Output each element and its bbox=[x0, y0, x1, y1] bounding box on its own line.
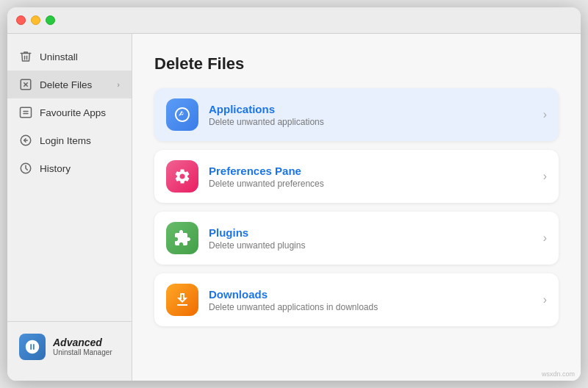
trash-icon bbox=[19, 50, 32, 63]
minimize-button[interactable] bbox=[31, 15, 40, 25]
plugins-text: Plugins Delete unwanted plugins bbox=[209, 226, 543, 251]
downloads-chevron-icon: › bbox=[543, 293, 547, 306]
preferences-icon-wrap bbox=[166, 160, 198, 193]
plugins-icon-wrap bbox=[166, 222, 198, 254]
brand-name: Advanced bbox=[53, 337, 112, 349]
preferences-chevron-icon: › bbox=[543, 170, 547, 183]
watermark: wsxdn.com bbox=[542, 370, 575, 378]
plugins-title: Plugins bbox=[209, 226, 543, 239]
brand-section: Advanced Uninstall Manager bbox=[7, 321, 132, 372]
menu-item-plugins[interactable]: Plugins Delete unwanted plugins › bbox=[154, 212, 559, 265]
puzzle-icon bbox=[173, 229, 191, 247]
chevron-right-icon: › bbox=[117, 80, 120, 89]
sidebar-item-login-items[interactable]: Login Items bbox=[7, 126, 132, 154]
plugins-desc: Delete unwanted plugins bbox=[209, 240, 543, 251]
titlebar bbox=[7, 7, 581, 34]
delete-files-icon bbox=[19, 78, 32, 91]
favourite-icon bbox=[19, 106, 32, 119]
login-icon bbox=[19, 134, 32, 147]
sidebar-item-favourite-apps[interactable]: Favourite Apps bbox=[7, 98, 132, 126]
plugins-chevron-icon: › bbox=[543, 231, 547, 245]
app-window: Uninstall Delete Files › bbox=[7, 7, 581, 381]
close-button[interactable] bbox=[16, 15, 26, 25]
menu-item-downloads[interactable]: Downloads Delete unwanted applications i… bbox=[154, 273, 559, 326]
preferences-title: Preferences Pane bbox=[209, 165, 543, 177]
compass-icon bbox=[173, 106, 191, 123]
applications-icon-wrap bbox=[166, 98, 198, 131]
sidebar-item-label: Delete Files bbox=[40, 79, 92, 90]
sidebar-item-label: Login Items bbox=[40, 135, 91, 146]
brand-sub: Uninstall Manager bbox=[53, 348, 112, 357]
main-content: Delete Files Applications Delete unwante… bbox=[132, 34, 581, 381]
page-title: Delete Files bbox=[154, 54, 559, 73]
sidebar-item-history[interactable]: History bbox=[7, 154, 132, 182]
content-area: Uninstall Delete Files › bbox=[7, 34, 581, 381]
history-icon bbox=[19, 162, 32, 175]
brand-logo bbox=[19, 334, 46, 360]
brand-text: Advanced Uninstall Manager bbox=[53, 337, 112, 358]
applications-text: Applications Delete unwanted application… bbox=[209, 103, 543, 127]
sidebar-item-label: History bbox=[40, 163, 71, 174]
applications-desc: Delete unwanted applications bbox=[209, 117, 543, 127]
sidebar-item-label: Uninstall bbox=[40, 51, 78, 62]
menu-item-applications[interactable]: Applications Delete unwanted application… bbox=[154, 88, 559, 141]
maximize-button[interactable] bbox=[46, 15, 55, 25]
menu-item-preferences[interactable]: Preferences Pane Delete unwanted prefere… bbox=[154, 150, 559, 203]
downloads-title: Downloads bbox=[209, 288, 543, 301]
traffic-lights bbox=[16, 15, 55, 25]
gear-icon bbox=[173, 168, 191, 185]
downloads-icon-wrap bbox=[166, 284, 198, 316]
preferences-desc: Delete unwanted preferences bbox=[209, 179, 543, 189]
sidebar-item-uninstall[interactable]: Uninstall bbox=[7, 43, 132, 71]
applications-title: Applications bbox=[209, 103, 543, 115]
svg-rect-3 bbox=[21, 107, 32, 118]
sidebar-item-delete-files[interactable]: Delete Files › bbox=[7, 71, 132, 98]
sidebar: Uninstall Delete Files › bbox=[7, 34, 132, 381]
download-icon bbox=[173, 291, 191, 309]
downloads-text: Downloads Delete unwanted applications i… bbox=[209, 288, 543, 312]
preferences-text: Preferences Pane Delete unwanted prefere… bbox=[209, 165, 543, 189]
applications-chevron-icon: › bbox=[543, 108, 547, 121]
downloads-desc: Delete unwanted applications in download… bbox=[209, 302, 543, 312]
menu-list: Applications Delete unwanted application… bbox=[154, 88, 559, 326]
sidebar-item-label: Favourite Apps bbox=[40, 107, 106, 118]
